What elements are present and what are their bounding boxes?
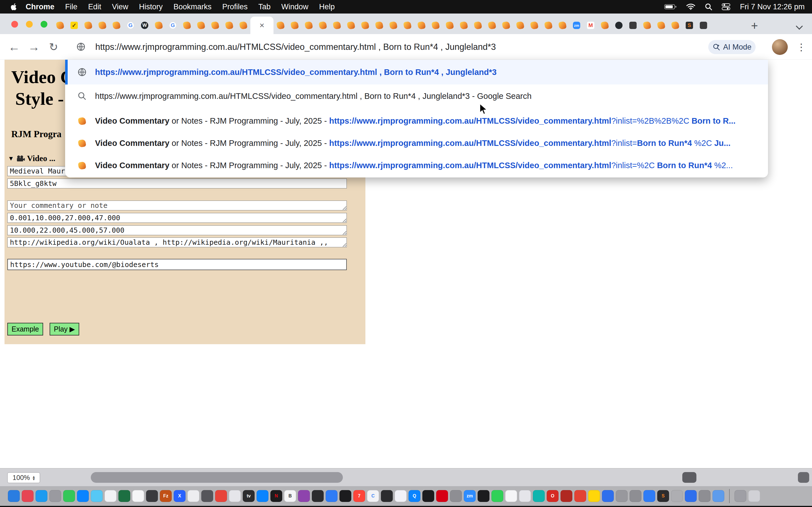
dock-app-icon[interactable] (91, 490, 103, 502)
browser-tab[interactable]: W (138, 17, 152, 34)
menu-file[interactable]: File (60, 3, 83, 11)
menu-history[interactable]: History (134, 3, 168, 11)
browser-tab[interactable] (457, 17, 471, 34)
new-tab-button[interactable]: + (748, 19, 761, 33)
dock-app-icon[interactable] (505, 490, 517, 502)
dock-app-icon[interactable] (8, 490, 20, 502)
close-tab-icon[interactable]: × (259, 21, 264, 30)
spotlight-search-icon[interactable] (705, 3, 712, 10)
apple-menu[interactable] (7, 3, 20, 10)
browser-tab[interactable] (152, 17, 166, 34)
dock-app-icon[interactable] (644, 490, 655, 502)
browser-tab[interactable] (414, 17, 428, 34)
dock-app-icon[interactable] (616, 490, 627, 502)
browser-tab[interactable] (400, 17, 414, 34)
active-tab[interactable]: × (250, 17, 273, 34)
dock-app-icon[interactable] (49, 490, 61, 502)
video-id-field[interactable] (7, 179, 347, 188)
browser-tab[interactable] (598, 17, 612, 34)
dock-app-icon[interactable] (229, 490, 241, 502)
details-triangle-icon[interactable]: ▼ (8, 155, 14, 162)
browser-menu-icon[interactable]: ⋮ (796, 34, 807, 60)
dock-app-icon[interactable] (63, 490, 75, 502)
dock-app-icon[interactable] (602, 490, 614, 502)
close-window-button[interactable] (11, 21, 18, 27)
dock-app-icon[interactable] (215, 490, 227, 502)
browser-tab[interactable] (541, 17, 555, 34)
dock-app-icon[interactable] (712, 490, 724, 502)
browser-tab[interactable] (654, 17, 668, 34)
wifi-icon[interactable] (686, 3, 695, 10)
zoom-stepper[interactable]: ▴▾ (33, 475, 35, 481)
dock-app-icon[interactable]: Fz (160, 490, 172, 502)
browser-tab[interactable] (443, 17, 457, 34)
menu-tab[interactable]: Tab (253, 3, 276, 11)
browser-tab[interactable] (316, 17, 330, 34)
dock-app-icon[interactable] (105, 490, 116, 502)
browser-tab[interactable] (358, 17, 372, 34)
play-button[interactable]: Play ▶ (50, 323, 79, 335)
dock-app-icon[interactable]: Q (409, 490, 420, 502)
menu-bookmarks[interactable]: Bookmarks (168, 3, 217, 11)
browser-tab[interactable] (471, 17, 485, 34)
dock-app-icon[interactable]: N (270, 490, 282, 502)
dock-app-icon[interactable] (436, 490, 448, 502)
browser-tab[interactable]: G (123, 17, 138, 34)
browser-tab[interactable]: G (166, 17, 180, 34)
browser-tab[interactable]: ✓ (67, 17, 81, 34)
horizontal-scrollbar-thumb[interactable] (91, 472, 343, 483)
dock-app-icon[interactable] (671, 490, 683, 502)
menu-view[interactable]: View (107, 3, 134, 11)
dock-app-icon[interactable] (132, 490, 144, 502)
scrollbar-segment[interactable] (798, 472, 809, 483)
browser-tab[interactable] (302, 17, 316, 34)
browser-tab[interactable] (428, 17, 443, 34)
browser-tab[interactable] (288, 17, 302, 34)
dock-app-icon[interactable]: B (284, 490, 296, 502)
back-button[interactable]: ← (5, 34, 23, 60)
browser-tab[interactable] (222, 17, 236, 34)
dock-app-icon[interactable] (395, 490, 407, 502)
browser-tab[interactable] (386, 17, 400, 34)
browser-tab[interactable] (612, 17, 626, 34)
example-button[interactable]: Example (7, 323, 43, 335)
dock-app-icon[interactable] (492, 490, 503, 502)
browser-tab[interactable]: M (583, 17, 598, 34)
end-times-field[interactable] (7, 225, 347, 235)
browser-tab[interactable] (513, 17, 527, 34)
dock-app-icon[interactable]: O (547, 490, 559, 502)
browser-tab[interactable] (499, 17, 513, 34)
dock-app-icon[interactable] (685, 490, 697, 502)
menu-edit[interactable]: Edit (83, 3, 107, 11)
fullscreen-window-button[interactable] (41, 21, 47, 27)
browser-tab[interactable] (95, 17, 109, 34)
dock-app-icon[interactable] (519, 490, 531, 502)
browser-tab[interactable] (53, 17, 67, 34)
browser-tab[interactable] (109, 17, 123, 34)
browser-tab[interactable] (208, 17, 222, 34)
browser-tab[interactable] (330, 17, 344, 34)
dock-app-icon[interactable] (188, 490, 199, 502)
dock-app-icon[interactable] (201, 490, 213, 502)
control-center-icon[interactable] (722, 3, 730, 10)
dock-app-icon[interactable] (312, 490, 324, 502)
channel-url-field[interactable] (7, 259, 347, 270)
dock-app-icon[interactable] (340, 490, 351, 502)
browser-tab[interactable] (485, 17, 499, 34)
suggestion-row[interactable]: Video Commentary or Notes - RJM Programm… (65, 110, 768, 132)
dock-app-icon[interactable] (560, 490, 572, 502)
dock-app-icon[interactable] (298, 490, 310, 502)
dock-app-icon[interactable]: S (657, 490, 669, 502)
dock-app-icon[interactable] (77, 490, 89, 502)
minimize-window-button[interactable] (26, 21, 33, 27)
ai-mode-button[interactable]: AI Mode (708, 40, 756, 54)
dock-app-icon[interactable] (450, 490, 462, 502)
reload-button[interactable]: ↻ (45, 34, 63, 60)
browser-tab[interactable] (236, 17, 250, 34)
browser-tab[interactable] (640, 17, 654, 34)
omnibox-url-input[interactable]: https://www.rjmprogramming.com.au/HTMLCS… (95, 34, 496, 60)
dock-app-icon[interactable] (36, 490, 47, 502)
suggestion-row[interactable]: https://www.rjmprogramming.com.au/HTMLCS… (65, 60, 768, 84)
browser-tab[interactable] (372, 17, 386, 34)
menu-window[interactable]: Window (276, 3, 314, 11)
